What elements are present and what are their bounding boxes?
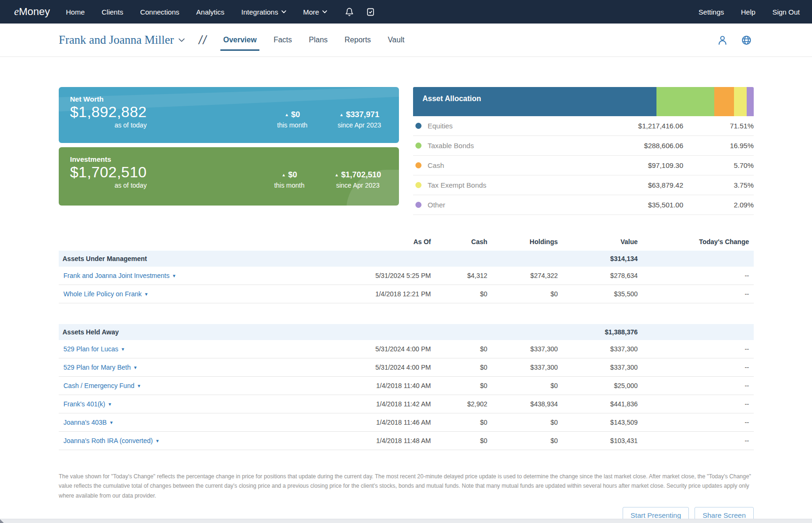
net-worth-since: ▲$337,971 since Apr 2023 — [337, 110, 381, 129]
column-header-value: Value — [559, 238, 639, 246]
investments-title: Investments — [70, 155, 147, 163]
nav-item-sign-out[interactable]: Sign Out — [773, 8, 800, 16]
table-row: Frank and Joanna Joint Investments▾ 5/31… — [59, 267, 754, 285]
investments-value: $1,702,510 — [70, 164, 147, 181]
chevron-down-icon: ▾ — [138, 383, 141, 389]
allocation-segment-taxable-bonds — [656, 87, 714, 116]
column-header-holdings: Holdings — [488, 238, 559, 246]
logo-e: e — [14, 6, 19, 17]
allocation-row-cash: Cash $97,109.30 5.70% — [413, 156, 754, 175]
account-link[interactable]: Frank and Joanna Joint Investments▾ — [60, 272, 175, 279]
column-header-cash: Cash — [432, 238, 488, 246]
investments-as-of: as of today — [70, 182, 147, 189]
asset-allocation-bar: Asset Allocation — [413, 87, 754, 116]
table-row: 529 Plan for Lucas▾ 5/31/2024 4:00 PM $0… — [59, 340, 754, 358]
triangle-up-icon: ▲ — [335, 173, 339, 177]
investments-since: ▲$1,702,510 since Apr 2023 — [335, 170, 381, 189]
chevron-down-icon — [322, 10, 327, 14]
account-link[interactable]: 529 Plan for Lucas▾ — [60, 345, 124, 353]
chevron-down-icon: ▾ — [109, 401, 111, 407]
tab-plans[interactable]: Plans — [309, 24, 328, 56]
client-website-globe-icon[interactable] — [741, 35, 752, 46]
net-worth-card[interactable]: Net Worth $1,892,882 as of today ▲$0 thi… — [59, 87, 399, 143]
triangle-up-icon: ▲ — [281, 173, 286, 177]
triangle-up-icon: ▲ — [339, 112, 344, 117]
section-header-assets-held-away: Assets Held Away $1,388,376 — [59, 324, 754, 340]
triangle-up-icon: ▲ — [285, 112, 289, 117]
client-name-dropdown[interactable]: Frank and Joanna Miller — [59, 33, 185, 47]
nav-item-clients[interactable]: Clients — [102, 8, 123, 16]
nav-item-help[interactable]: Help — [741, 8, 756, 16]
account-link[interactable]: 529 Plan for Mary Beth▾ — [60, 364, 137, 371]
tab-reports[interactable]: Reports — [344, 24, 371, 56]
chevron-down-icon: ▾ — [156, 438, 159, 444]
asset-allocation-title: Asset Allocation — [422, 95, 481, 103]
column-header-todays-change: Today's Change — [639, 238, 754, 246]
chevron-down-icon: ▾ — [110, 420, 113, 426]
section-total: $314,134 — [559, 255, 639, 262]
horizontal-scrollbar[interactable] — [0, 519, 812, 523]
net-worth-title: Net Worth — [70, 95, 147, 103]
client-name: Frank and Joanna Miller — [59, 33, 174, 47]
other-dot-icon — [415, 202, 422, 208]
allocation-row-other: Other $35,501.00 2.09% — [413, 195, 754, 215]
nav-icons — [345, 7, 375, 17]
equities-dot-icon — [415, 123, 422, 129]
chevron-down-icon: ▾ — [145, 291, 148, 297]
nav-item-settings[interactable]: Settings — [699, 8, 724, 16]
account-link[interactable]: Joanna's 403B▾ — [60, 419, 113, 426]
nav-item-analytics[interactable]: Analytics — [196, 8, 225, 16]
tab-vault[interactable]: Vault — [388, 24, 404, 56]
client-header: Frank and Joanna Miller // Overview Fact… — [0, 24, 812, 57]
table-row: 529 Plan for Mary Beth▾ 5/31/2024 4:00 P… — [59, 358, 754, 377]
notifications-bell-icon[interactable] — [345, 7, 354, 17]
account-link[interactable]: Frank's 401(k)▾ — [60, 400, 111, 408]
account-link[interactable]: Joanna's Roth IRA (converted)▾ — [60, 437, 159, 444]
chevron-down-icon — [281, 10, 286, 14]
header-icons — [717, 35, 752, 46]
client-tabs: Overview Facts Plans Reports Vault — [223, 24, 405, 56]
column-header-as-of: As Of — [352, 238, 432, 246]
client-profile-person-icon[interactable] — [717, 35, 728, 46]
chevron-down-icon: ▾ — [134, 365, 137, 371]
summary-cards: Net Worth $1,892,882 as of today ▲$0 thi… — [59, 87, 399, 215]
tab-overview[interactable]: Overview — [223, 24, 257, 56]
accounts-table: As Of Cash Holdings Value Today's Change… — [59, 235, 754, 450]
section-header-assets-under-management: Assets Under Management $314,134 — [59, 251, 754, 267]
nav-item-home[interactable]: Home — [66, 8, 85, 16]
allocation-segment-other — [747, 87, 754, 116]
allocation-segment-tax-exempt-bonds — [734, 87, 747, 116]
nav-right: Settings Help Sign Out — [699, 8, 800, 16]
net-worth-value: $1,892,882 — [70, 103, 147, 121]
allocation-row-tax-exempt-bonds: Tax Exempt Bonds $63,879.42 3.75% — [413, 175, 754, 195]
cash-dot-icon — [415, 162, 422, 168]
table-row: Frank's 401(k)▾ 1/4/2018 11:42 AM $2,902… — [59, 395, 754, 413]
overview-content: Net Worth $1,892,882 as of today ▲$0 thi… — [0, 57, 812, 523]
nav-item-connections[interactable]: Connections — [140, 8, 179, 16]
nav-items: Home Clients Connections Analytics Integ… — [66, 8, 327, 16]
breadcrumb-separator: // — [199, 33, 207, 47]
table-row: Cash / Emergency Fund▾ 1/4/2018 11:40 AM… — [59, 377, 754, 395]
emoney-logo[interactable]: eMoney — [14, 6, 50, 18]
investments-card[interactable]: Investments $1,702,510 as of today ▲$0 t… — [59, 147, 399, 206]
nav-item-more[interactable]: More — [303, 8, 327, 16]
investments-this-month: ▲$0 this month — [274, 170, 304, 189]
scrollbar-corner-icon — [0, 519, 4, 523]
section-total: $1,388,376 — [559, 328, 639, 336]
account-link[interactable]: Cash / Emergency Fund▾ — [60, 382, 141, 389]
account-link[interactable]: Whole Life Policy on Frank▾ — [60, 290, 148, 298]
asset-allocation-panel: Asset Allocation Equities $1,217,416.06 … — [413, 87, 754, 215]
chevron-down-icon: ▾ — [122, 346, 125, 352]
table-header-row: As Of Cash Holdings Value Today's Change — [59, 235, 754, 249]
chevron-down-icon: ▾ — [173, 273, 176, 279]
table-row: Whole Life Policy on Frank▾ 1/4/2018 12:… — [59, 285, 754, 303]
table-row: Joanna's Roth IRA (converted)▾ 1/4/2018 … — [59, 432, 754, 450]
tasks-checkbox-icon[interactable] — [366, 7, 375, 17]
tab-facts[interactable]: Facts — [273, 24, 292, 56]
taxable-bonds-dot-icon — [415, 143, 422, 149]
allocation-segment-cash — [714, 87, 734, 116]
tax-exempt-bonds-dot-icon — [415, 182, 422, 188]
nav-item-integrations[interactable]: Integrations — [242, 8, 286, 16]
top-navbar: eMoney Home Clients Connections Analytic… — [0, 0, 812, 24]
table-row: Joanna's 403B▾ 1/4/2018 11:46 AM $0 $0 $… — [59, 413, 754, 432]
